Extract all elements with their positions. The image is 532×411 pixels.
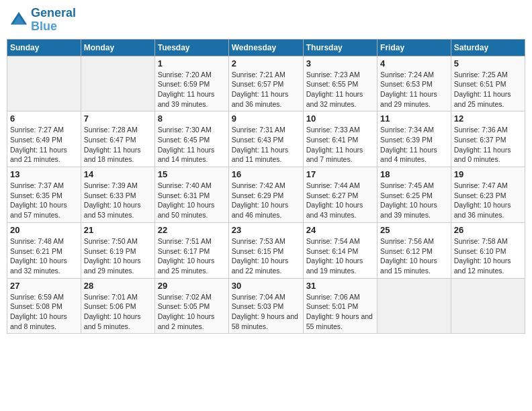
day-info: Sunrise: 7:58 AM Sunset: 6:10 PM Dayligh…: [454, 236, 522, 276]
day-number: 13: [10, 169, 78, 179]
day-number: 5: [454, 58, 522, 68]
calendar-cell: 31Sunrise: 7:06 AM Sunset: 5:01 PM Dayli…: [303, 278, 377, 334]
day-number: 6: [10, 113, 78, 124]
day-number: 22: [158, 225, 226, 235]
weekday-header-tuesday: Tuesday: [154, 39, 228, 56]
calendar-cell: 24Sunrise: 7:54 AM Sunset: 6:14 PM Dayli…: [303, 222, 377, 278]
day-info: Sunrise: 7:37 AM Sunset: 6:35 PM Dayligh…: [10, 181, 78, 220]
page-header: General Blue: [7, 7, 525, 34]
day-info: Sunrise: 7:06 AM Sunset: 5:01 PM Dayligh…: [306, 292, 374, 332]
day-number: 16: [232, 169, 300, 179]
day-info: Sunrise: 6:59 AM Sunset: 5:08 PM Dayligh…: [10, 292, 78, 332]
day-number: 29: [158, 281, 226, 291]
calendar-cell: 22Sunrise: 7:51 AM Sunset: 6:17 PM Dayli…: [154, 222, 228, 278]
day-info: Sunrise: 7:01 AM Sunset: 5:06 PM Dayligh…: [84, 292, 152, 332]
calendar-cell: 18Sunrise: 7:45 AM Sunset: 6:25 PM Dayli…: [378, 167, 451, 223]
day-info: Sunrise: 7:28 AM Sunset: 6:47 PM Dayligh…: [84, 125, 152, 165]
day-info: Sunrise: 7:50 AM Sunset: 6:19 PM Dayligh…: [84, 236, 152, 276]
day-number: 8: [158, 113, 226, 124]
day-info: Sunrise: 7:21 AM Sunset: 6:57 PM Dayligh…: [232, 70, 300, 109]
day-number: 3: [306, 58, 374, 68]
calendar-cell: 19Sunrise: 7:47 AM Sunset: 6:23 PM Dayli…: [451, 167, 525, 223]
day-info: Sunrise: 7:39 AM Sunset: 6:33 PM Dayligh…: [84, 181, 152, 220]
calendar-cell: 12Sunrise: 7:36 AM Sunset: 6:37 PM Dayli…: [451, 111, 525, 167]
calendar-cell: 2Sunrise: 7:21 AM Sunset: 6:57 PM Daylig…: [228, 56, 303, 111]
weekday-header-saturday: Saturday: [451, 39, 525, 56]
week-row-2: 6Sunrise: 7:27 AM Sunset: 6:49 PM Daylig…: [7, 111, 525, 167]
day-number: 14: [84, 169, 152, 179]
calendar-cell: 5Sunrise: 7:25 AM Sunset: 6:51 PM Daylig…: [451, 56, 525, 111]
calendar-cell: 17Sunrise: 7:44 AM Sunset: 6:27 PM Dayli…: [303, 167, 377, 223]
calendar-cell: 21Sunrise: 7:50 AM Sunset: 6:19 PM Dayli…: [81, 222, 154, 278]
logo: General Blue: [9, 7, 76, 34]
day-info: Sunrise: 7:02 AM Sunset: 5:05 PM Dayligh…: [158, 292, 226, 332]
calendar-cell: 7Sunrise: 7:28 AM Sunset: 6:47 PM Daylig…: [81, 111, 154, 167]
calendar-cell: 11Sunrise: 7:34 AM Sunset: 6:39 PM Dayli…: [378, 111, 451, 167]
calendar-cell: 16Sunrise: 7:42 AM Sunset: 6:29 PM Dayli…: [228, 167, 303, 223]
weekday-header-thursday: Thursday: [303, 39, 377, 56]
day-number: 23: [232, 225, 300, 235]
day-number: 1: [158, 58, 226, 68]
day-number: 21: [84, 225, 152, 235]
calendar-cell: 29Sunrise: 7:02 AM Sunset: 5:05 PM Dayli…: [154, 278, 228, 334]
day-info: Sunrise: 7:53 AM Sunset: 6:15 PM Dayligh…: [232, 236, 300, 276]
day-number: 18: [380, 169, 448, 179]
calendar-cell: [451, 278, 525, 334]
day-info: Sunrise: 7:54 AM Sunset: 6:14 PM Dayligh…: [306, 236, 374, 276]
day-info: Sunrise: 7:04 AM Sunset: 5:03 PM Dayligh…: [232, 292, 300, 332]
day-number: 31: [306, 281, 374, 291]
day-number: 15: [158, 169, 226, 179]
calendar-cell: 26Sunrise: 7:58 AM Sunset: 6:10 PM Dayli…: [451, 222, 525, 278]
day-number: 19: [454, 169, 522, 179]
calendar-cell: 1Sunrise: 7:20 AM Sunset: 6:59 PM Daylig…: [154, 56, 228, 111]
day-info: Sunrise: 7:31 AM Sunset: 6:43 PM Dayligh…: [232, 125, 300, 165]
day-info: Sunrise: 7:23 AM Sunset: 6:55 PM Dayligh…: [306, 70, 374, 109]
calendar-cell: 4Sunrise: 7:24 AM Sunset: 6:53 PM Daylig…: [378, 56, 451, 111]
day-info: Sunrise: 7:56 AM Sunset: 6:12 PM Dayligh…: [380, 236, 448, 276]
day-number: 7: [84, 113, 152, 124]
weekday-header-sunday: Sunday: [7, 39, 81, 56]
day-info: Sunrise: 7:42 AM Sunset: 6:29 PM Dayligh…: [232, 181, 300, 220]
week-row-1: 1Sunrise: 7:20 AM Sunset: 6:59 PM Daylig…: [7, 56, 525, 111]
day-number: 26: [454, 225, 522, 235]
calendar-cell: [7, 56, 81, 111]
day-number: 27: [10, 281, 78, 291]
day-info: Sunrise: 7:25 AM Sunset: 6:51 PM Dayligh…: [454, 70, 522, 109]
weekday-header-wednesday: Wednesday: [228, 39, 303, 56]
calendar-cell: 8Sunrise: 7:30 AM Sunset: 6:45 PM Daylig…: [154, 111, 228, 167]
calendar-cell: 15Sunrise: 7:40 AM Sunset: 6:31 PM Dayli…: [154, 167, 228, 223]
day-info: Sunrise: 7:34 AM Sunset: 6:39 PM Dayligh…: [380, 125, 448, 165]
logo-icon: [9, 11, 28, 30]
weekday-header-friday: Friday: [378, 39, 451, 56]
calendar-cell: 28Sunrise: 7:01 AM Sunset: 5:06 PM Dayli…: [81, 278, 154, 334]
calendar-cell: 20Sunrise: 7:48 AM Sunset: 6:21 PM Dayli…: [7, 222, 81, 278]
day-number: 17: [306, 169, 374, 179]
day-number: 12: [454, 113, 522, 124]
day-info: Sunrise: 7:40 AM Sunset: 6:31 PM Dayligh…: [158, 181, 226, 220]
calendar-cell: 13Sunrise: 7:37 AM Sunset: 6:35 PM Dayli…: [7, 167, 81, 223]
week-row-5: 27Sunrise: 6:59 AM Sunset: 5:08 PM Dayli…: [7, 278, 525, 334]
day-info: Sunrise: 7:47 AM Sunset: 6:23 PM Dayligh…: [454, 181, 522, 220]
day-info: Sunrise: 7:20 AM Sunset: 6:59 PM Dayligh…: [158, 70, 226, 109]
weekday-header-monday: Monday: [81, 39, 154, 56]
day-info: Sunrise: 7:44 AM Sunset: 6:27 PM Dayligh…: [306, 181, 374, 220]
week-row-4: 20Sunrise: 7:48 AM Sunset: 6:21 PM Dayli…: [7, 222, 525, 278]
day-info: Sunrise: 7:30 AM Sunset: 6:45 PM Dayligh…: [158, 125, 226, 165]
calendar-cell: 14Sunrise: 7:39 AM Sunset: 6:33 PM Dayli…: [81, 167, 154, 223]
calendar-cell: 27Sunrise: 6:59 AM Sunset: 5:08 PM Dayli…: [7, 278, 81, 334]
calendar-table: SundayMondayTuesdayWednesdayThursdayFrid…: [7, 39, 525, 334]
day-number: 11: [380, 113, 448, 124]
day-info: Sunrise: 7:33 AM Sunset: 6:41 PM Dayligh…: [306, 125, 374, 165]
calendar-cell: 30Sunrise: 7:04 AM Sunset: 5:03 PM Dayli…: [228, 278, 303, 334]
calendar-cell: [378, 278, 451, 334]
day-number: 30: [232, 281, 300, 291]
day-number: 20: [10, 225, 78, 235]
weekday-header-row: SundayMondayTuesdayWednesdayThursdayFrid…: [7, 39, 525, 56]
calendar-cell: 6Sunrise: 7:27 AM Sunset: 6:49 PM Daylig…: [7, 111, 81, 167]
day-number: 4: [380, 58, 448, 68]
day-number: 24: [306, 225, 374, 235]
calendar-cell: 3Sunrise: 7:23 AM Sunset: 6:55 PM Daylig…: [303, 56, 377, 111]
day-number: 2: [232, 58, 300, 68]
day-number: 9: [232, 113, 300, 124]
calendar-cell: [81, 56, 154, 111]
